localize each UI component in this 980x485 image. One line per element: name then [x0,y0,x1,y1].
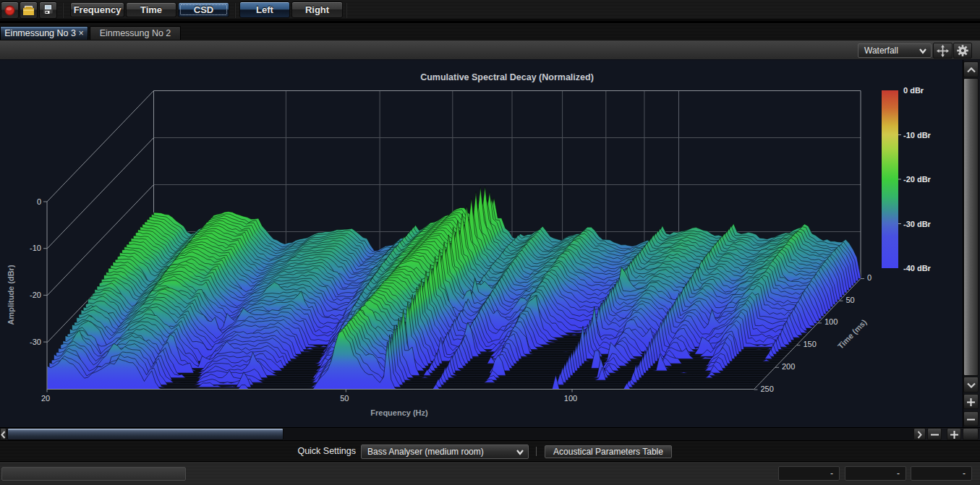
svg-text:150: 150 [804,340,817,348]
svg-text:-30 dBr: -30 dBr [903,220,932,228]
svg-text:-10: -10 [30,244,41,252]
svg-text:0: 0 [37,197,41,206]
svg-text:50: 50 [340,394,349,403]
svg-text:250: 250 [761,385,774,393]
svg-text:-20: -20 [30,291,41,299]
svg-text:-10 dBr: -10 dBr [903,131,932,140]
svg-text:0: 0 [867,273,872,282]
svg-text:-40 dBr: -40 dBr [903,264,932,272]
svg-text:Amplitude (dBr): Amplitude (dBr) [7,265,15,325]
svg-text:Frequency (Hz): Frequency (Hz) [370,408,428,417]
svg-text:-20 dBr: -20 dBr [903,175,932,184]
svg-text:20: 20 [41,394,50,403]
svg-text:-30: -30 [30,338,41,346]
svg-text:100: 100 [825,317,838,326]
svg-text:100: 100 [564,394,577,403]
svg-text:0 dBr: 0 dBr [903,86,924,95]
svg-text:Cumulative Spectral Decay (Nor: Cumulative Spectral Decay (Normalized) [420,72,594,82]
svg-text:200: 200 [782,362,795,371]
svg-text:50: 50 [846,296,855,304]
